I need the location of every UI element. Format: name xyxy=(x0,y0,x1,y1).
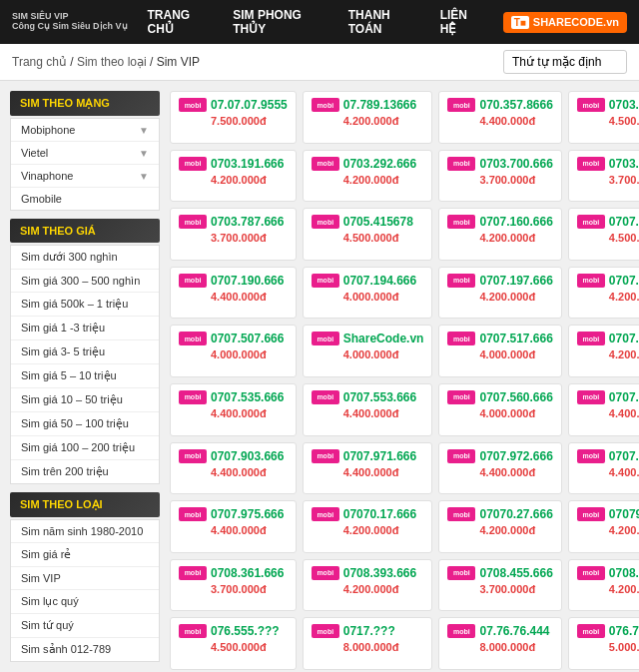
product-card[interactable]: mobi0708.862.6664.200.000đ xyxy=(568,559,639,612)
product-card[interactable]: mobi0703.191.6664.200.000đ xyxy=(170,150,297,203)
product-card[interactable]: mobi07079.70.6664.200.000đ xyxy=(568,500,639,553)
type-item-2[interactable]: Sim VIP xyxy=(11,567,159,590)
product-card[interactable]: mobi07.07.07.95557.500.000đ xyxy=(170,91,297,144)
product-price: 4.500.000đ xyxy=(179,641,288,653)
product-card[interactable]: mobiShareCode.vn4.000.000đ xyxy=(303,325,433,377)
sidebar-item-vinaphone[interactable]: Vinaphone ▼ xyxy=(11,165,159,188)
product-card[interactable]: mobi076.555.???4.500.000đ xyxy=(170,617,297,670)
network-badge: mobi xyxy=(179,274,207,288)
breadcrumb-home[interactable]: Trang chủ xyxy=(12,55,67,69)
nav-lien-he[interactable]: LIÊN HỆ xyxy=(440,8,483,36)
product-card[interactable]: mobi07070.27.6664.200.000đ xyxy=(438,500,561,553)
product-card[interactable]: mobi0707.973.6664.400.000đ xyxy=(568,442,639,495)
product-card[interactable]: mobi0703.787.6663.700.000đ xyxy=(170,208,297,261)
product-price: 4.200.000đ xyxy=(312,524,424,536)
product-price: 4.500.000đ xyxy=(577,232,639,244)
product-card[interactable]: mobi07.789.136664.200.000đ xyxy=(303,91,433,144)
network-badge: mobi xyxy=(447,449,475,463)
type-section-title: SIM THEO LOẠI xyxy=(10,492,160,517)
type-item-0[interactable]: Sim năm sinh 1980-2010 xyxy=(11,520,159,543)
product-card[interactable]: mobi0703.783.6663.700.000đ xyxy=(568,150,639,203)
product-price: 4.200.000đ xyxy=(577,348,639,360)
breadcrumb-category[interactable]: Sim theo loại xyxy=(77,55,147,69)
product-card[interactable]: mobi0707.160.6664.200.000đ xyxy=(438,208,561,261)
product-card[interactable]: mobi0708.455.6663.700.000đ xyxy=(438,559,561,612)
product-card[interactable]: mobi07.76.76.4448.000.000đ xyxy=(438,617,561,670)
nav-thanh-toan[interactable]: THANH TOÁN xyxy=(348,8,420,36)
product-card[interactable]: mobi076.777.60005.000.000đ xyxy=(568,617,639,670)
product-card[interactable]: mobi0707.507.6664.000.000đ xyxy=(170,325,297,377)
product-card[interactable]: mobi0703.700.6663.700.000đ xyxy=(438,150,561,203)
product-card[interactable]: mobi0707.903.6664.400.000đ xyxy=(170,442,297,495)
product-price: 4.500.000đ xyxy=(312,232,424,244)
product-card[interactable]: mobi0707.197.6664.200.000đ xyxy=(438,267,561,320)
product-card[interactable]: mobi0707.517.6664.000.000đ xyxy=(438,325,561,377)
product-card[interactable]: mobi0707.424.6664.200.000đ xyxy=(568,267,639,320)
product-card[interactable]: mobi0707.553.6664.400.000đ xyxy=(303,383,433,436)
price-item-1[interactable]: Sim giá 300 – 500 nghìn xyxy=(11,270,159,293)
sidebar-item-vietel[interactable]: Vietel ▼ xyxy=(11,142,159,165)
network-badge: mobi xyxy=(312,215,339,229)
product-price: 4.400.000đ xyxy=(577,407,639,419)
product-price: 4.200.000đ xyxy=(312,583,424,595)
product-card[interactable]: mobi0707.560.6664.000.000đ xyxy=(438,383,561,436)
network-badge: mobi xyxy=(447,507,475,521)
sidebar-item-label: Sim tứ quý xyxy=(21,619,74,632)
network-badge: mobi xyxy=(179,157,207,171)
product-card[interactable]: mobi0707.162.6664.500.000đ xyxy=(568,208,639,261)
sidebar-item-mobiphone[interactable]: Mobiphone ▼ xyxy=(11,119,159,142)
breadcrumb: Trang chủ / Sim theo loại / Sim VIP xyxy=(12,55,200,69)
product-card[interactable]: mobi0717.???8.000.000đ xyxy=(303,617,433,670)
sidebar-item-label: Sim giá rẻ xyxy=(21,548,71,561)
product-card[interactable]: mobi07070.17.6664.200.000đ xyxy=(303,500,433,553)
product-card[interactable]: mobi0707.194.6664.000.000đ xyxy=(303,267,433,320)
network-section-title: SIM THEO MẠNG xyxy=(10,91,160,116)
price-item-6[interactable]: Sim giá 10 – 50 triệu xyxy=(11,388,159,412)
product-card[interactable]: mobi0708.361.6663.700.000đ xyxy=(170,559,297,612)
network-badge: mobi xyxy=(577,566,605,580)
product-card[interactable]: mobi0703.292.6664.200.000đ xyxy=(303,150,433,203)
sharecode-badge: T■ SHARECODE.vn xyxy=(503,12,627,33)
product-card[interactable]: mobi0707.971.6664.400.000đ xyxy=(303,442,433,495)
network-badge: mobi xyxy=(447,390,475,404)
product-price: 4.000.000đ xyxy=(447,348,552,360)
nav-phong-thuy[interactable]: SIM PHONG THỦY xyxy=(233,8,327,36)
price-item-3[interactable]: Sim giá 1 -3 triệu xyxy=(11,317,159,340)
product-card[interactable]: mobi0708.393.6664.200.000đ xyxy=(303,559,433,612)
sort-select[interactable]: Thứ tự mặc địnhGiá tăng dầnGiá giảm dần xyxy=(503,50,627,74)
product-card[interactable]: mobi0707.521.6664.200.000đ xyxy=(568,325,639,377)
price-item-2[interactable]: Sim giá 500k – 1 triệu xyxy=(11,293,159,317)
sidebar-item-gmobile[interactable]: Gmobile xyxy=(11,188,159,210)
product-price: 4.200.000đ xyxy=(577,291,639,303)
price-item-7[interactable]: Sim giá 50 – 100 triệu xyxy=(11,412,159,436)
product-card[interactable]: mobi0703.090.6664.500.000đ xyxy=(568,91,639,144)
price-item-8[interactable]: Sim giá 100 – 200 triệu xyxy=(11,436,159,460)
product-card[interactable]: mobi0707.782.6664.400.000đ xyxy=(568,383,639,436)
type-item-3[interactable]: Sim lục quý xyxy=(11,590,159,614)
sidebar-item-label: Sim lục quý xyxy=(21,595,79,608)
type-item-1[interactable]: Sim giá rẻ xyxy=(11,543,159,567)
network-badge: mobi xyxy=(179,507,207,521)
phone-number: 076.555.??? xyxy=(211,624,280,638)
type-item-4[interactable]: Sim tứ quý xyxy=(11,614,159,638)
breadcrumb-current: Sim VIP xyxy=(157,55,200,69)
breadcrumb-bar: Trang chủ / Sim theo loại / Sim VIP Thứ … xyxy=(0,44,639,81)
price-item-5[interactable]: Sim giá 5 – 10 triệu xyxy=(11,364,159,388)
type-item-5[interactable]: Sim sảnh 012-789 xyxy=(11,638,159,661)
sidebar-item-label: Sim giá 3- 5 triệu xyxy=(21,345,105,358)
price-item-0[interactable]: Sim dưới 300 nghìn xyxy=(11,246,159,270)
nav-home[interactable]: TRANG CHỦ xyxy=(148,8,214,36)
phone-number: 0707.903.666 xyxy=(211,449,284,463)
product-card[interactable]: mobi0707.972.6664.400.000đ xyxy=(438,442,561,495)
product-card[interactable]: mobi0707.190.6664.400.000đ xyxy=(170,267,297,320)
price-item-9[interactable]: Sim trên 200 triệu xyxy=(11,460,159,483)
network-badge: mobi xyxy=(577,449,605,463)
sidebar-item-label: Sim năm sinh 1980-2010 xyxy=(21,525,143,537)
product-card[interactable]: mobi0707.975.6664.400.000đ xyxy=(170,500,297,553)
product-card[interactable]: mobi0705.4156784.500.000đ xyxy=(303,208,433,261)
price-item-4[interactable]: Sim giá 3- 5 triệu xyxy=(11,340,159,364)
product-card[interactable]: mobi070.357.86664.400.000đ xyxy=(438,91,561,144)
product-card[interactable]: mobi0707.535.6664.400.000đ xyxy=(170,383,297,436)
product-price: 4.200.000đ xyxy=(312,115,424,127)
network-badge: mobi xyxy=(577,390,605,404)
